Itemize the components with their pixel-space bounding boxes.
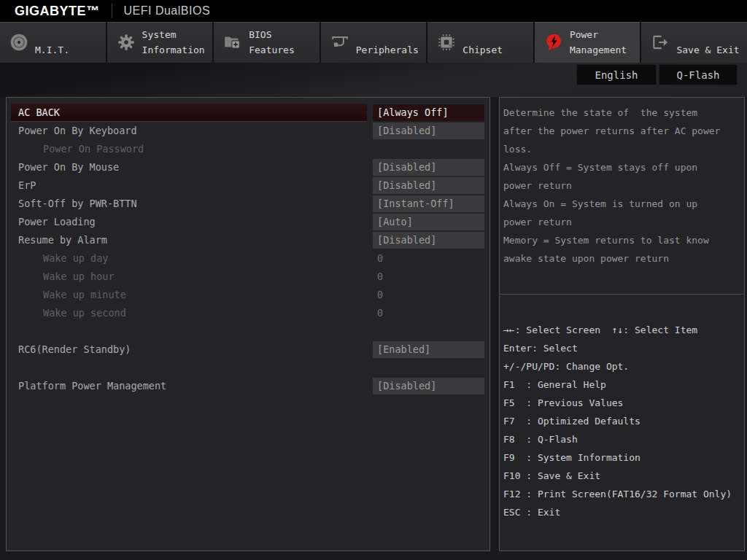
spacer-row bbox=[7, 322, 489, 341]
help-line: awake state upon power return bbox=[503, 249, 741, 268]
tab-label: Chipset bbox=[462, 42, 503, 63]
tab-peripherals[interactable]: Peripherals bbox=[321, 22, 427, 63]
help-line: power return bbox=[503, 213, 741, 231]
setting-row-wake-up-second: Wake up second0 bbox=[7, 304, 489, 322]
setting-value bbox=[373, 141, 484, 158]
hotkey-line: F1 : General Help bbox=[503, 376, 741, 394]
setting-row-power-on-by-keyboard[interactable]: Power On By Keyboard[Disabled] bbox=[7, 122, 489, 140]
settings-panel: AC BACK[Always Off]Power On By Keyboard[… bbox=[6, 97, 490, 551]
setting-row-power-on-password: Power On Password bbox=[7, 140, 489, 158]
setting-label: Power Loading bbox=[11, 213, 367, 231]
setting-value[interactable]: [Auto] bbox=[373, 214, 484, 230]
peripherals-icon bbox=[330, 33, 349, 52]
gear-icon bbox=[117, 33, 136, 52]
power-bolt-icon bbox=[544, 33, 563, 52]
setting-row-erp[interactable]: ErP[Disabled] bbox=[7, 176, 489, 195]
setting-label: Platform Power Management bbox=[11, 377, 367, 395]
setting-value[interactable]: [Instant-Off] bbox=[373, 195, 484, 212]
setting-value: 0 bbox=[373, 287, 484, 303]
mit-dial-icon bbox=[9, 33, 28, 52]
exit-icon bbox=[651, 33, 670, 52]
tab-power-management[interactable]: PowerManagement bbox=[535, 22, 640, 63]
topbar-divider bbox=[112, 4, 112, 18]
setting-value[interactable]: [Disabled] bbox=[373, 177, 484, 194]
tab-label: M.I.T. bbox=[35, 42, 69, 63]
setting-row-rc6-render-standby[interactable]: RC6(Render Standby)[Enabled] bbox=[7, 341, 489, 359]
tab-bar: M.I.T.SystemInformationBIOSFeaturesPerip… bbox=[0, 22, 747, 63]
setting-row-wake-up-day: Wake up day0 bbox=[7, 249, 489, 268]
tab-bios-features[interactable]: BIOSFeatures bbox=[214, 22, 320, 63]
help-line: Always On = System is turned on up bbox=[503, 195, 741, 213]
hotkey-line: Enter: Select bbox=[503, 339, 741, 357]
english-button[interactable]: English bbox=[576, 64, 657, 85]
hotkey-line: +/-/PU/PD: Change Opt. bbox=[503, 357, 741, 376]
top-bar: GIGABYTE™ UEFI DualBIOS bbox=[0, 0, 747, 22]
q-flash-button[interactable]: Q-Flash bbox=[659, 64, 738, 85]
hotkey-legend: →←: Select Screen ↑↓: Select ItemEnter: … bbox=[500, 295, 744, 521]
gigabyte-logo: GIGABYTE™ bbox=[15, 4, 100, 19]
setting-row-soft-off-by-pwr-bttn[interactable]: Soft-Off by PWR-BTTN[Instant-Off] bbox=[7, 195, 489, 213]
hotkey-line: F9 : System Information bbox=[503, 448, 741, 467]
setting-value: 0 bbox=[373, 268, 484, 285]
tab-label: Save & Exit bbox=[676, 42, 739, 63]
setting-value: 0 bbox=[373, 250, 484, 267]
setting-row-power-loading[interactable]: Power Loading[Auto] bbox=[7, 213, 489, 231]
setting-label: AC BACK bbox=[11, 104, 367, 122]
folder-plus-icon bbox=[223, 33, 242, 52]
setting-value: 0 bbox=[373, 305, 484, 322]
tab-label: SystemInformation bbox=[142, 27, 205, 63]
setting-value[interactable]: [Disabled] bbox=[373, 232, 484, 249]
setting-label: Resume by Alarm bbox=[11, 231, 367, 249]
setting-value[interactable]: [Always Off] bbox=[373, 104, 484, 121]
setting-row-resume-by-alarm[interactable]: Resume by Alarm[Disabled] bbox=[7, 231, 489, 249]
setting-label: Soft-Off by PWR-BTTN bbox=[11, 195, 367, 213]
setting-value[interactable]: [Disabled] bbox=[373, 378, 484, 394]
tab-chipset[interactable]: Chipset bbox=[427, 22, 533, 63]
setting-value[interactable]: [Enabled] bbox=[373, 341, 484, 358]
setting-label: RC6(Render Standby) bbox=[11, 341, 367, 359]
hotkey-line: →←: Select Screen ↑↓: Select Item bbox=[503, 321, 741, 339]
hotkey-line: F5 : Previous Values bbox=[503, 394, 741, 412]
setting-value[interactable]: [Disabled] bbox=[373, 122, 484, 139]
setting-row-platform-power-management[interactable]: Platform Power Management[Disabled] bbox=[7, 377, 489, 395]
setting-row-ac-back[interactable]: AC BACK[Always Off] bbox=[7, 104, 489, 122]
help-line: Determine the state of the system bbox=[503, 104, 741, 122]
firmware-title: UEFI DualBIOS bbox=[124, 4, 211, 18]
setting-label: Wake up second bbox=[11, 304, 367, 322]
tab-label: Peripherals bbox=[356, 42, 419, 63]
setting-label: Power On Password bbox=[11, 140, 367, 158]
help-panel: Determine the state of the systemafter t… bbox=[499, 97, 745, 551]
setting-label: Wake up day bbox=[11, 249, 367, 268]
help-line: loss. bbox=[503, 140, 741, 158]
tab-system-information[interactable]: SystemInformation bbox=[107, 22, 213, 63]
help-line: Memory = System returns to last know bbox=[503, 231, 741, 249]
setting-label: ErP bbox=[11, 176, 367, 195]
tab-label: BIOSFeatures bbox=[249, 27, 295, 63]
item-help-text: Determine the state of the systemafter t… bbox=[500, 98, 744, 295]
help-line: after the power returns after AC power bbox=[503, 122, 741, 140]
setting-value[interactable]: [Disabled] bbox=[373, 159, 484, 176]
setting-row-wake-up-hour: Wake up hour0 bbox=[7, 268, 489, 286]
help-line: power return bbox=[503, 176, 741, 195]
hotkey-line: F8 : Q-Flash bbox=[503, 430, 741, 448]
spacer-row bbox=[7, 359, 489, 377]
help-line: Always Off = System stays off upon bbox=[503, 158, 741, 176]
hotkey-line: F12 : Print Screen(FAT16/32 Format Only) bbox=[503, 485, 741, 503]
tab-label: PowerManagement bbox=[570, 27, 627, 63]
setting-label: Wake up hour bbox=[11, 268, 367, 286]
chipset-icon bbox=[437, 33, 456, 52]
setting-label: Power On By Keyboard bbox=[11, 122, 367, 140]
tab-save-exit[interactable]: Save & Exit bbox=[641, 22, 747, 63]
hotkey-line: F7 : Optimized Defaults bbox=[503, 412, 741, 430]
setting-row-wake-up-minute: Wake up minute0 bbox=[7, 286, 489, 304]
setting-label: Power On By Mouse bbox=[11, 158, 367, 176]
setting-label: Wake up minute bbox=[11, 286, 367, 304]
setting-row-power-on-by-mouse[interactable]: Power On By Mouse[Disabled] bbox=[7, 158, 489, 176]
settings-list: AC BACK[Always Off]Power On By Keyboard[… bbox=[7, 98, 489, 395]
hotkey-line: F10 : Save & Exit bbox=[503, 467, 741, 485]
tab-mit[interactable]: M.I.T. bbox=[0, 22, 106, 63]
hotkey-line: ESC : Exit bbox=[503, 503, 741, 521]
